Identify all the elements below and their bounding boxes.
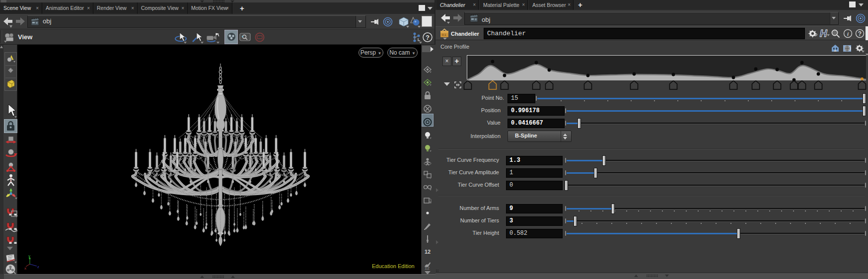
svg-text:y: y <box>28 254 30 258</box>
svg-text:?: ? <box>426 34 430 41</box>
svg-text:12: 12 <box>425 266 430 271</box>
svg-text:z: z <box>37 265 39 269</box>
svg-text:12: 12 <box>425 249 431 255</box>
svg-text:?: ? <box>858 30 862 37</box>
svg-text:i: i <box>847 31 849 37</box>
svg-text:0.1: 0.1 <box>442 33 446 36</box>
svg-text:H: H <box>820 28 827 39</box>
svg-text:x: x <box>24 266 26 271</box>
